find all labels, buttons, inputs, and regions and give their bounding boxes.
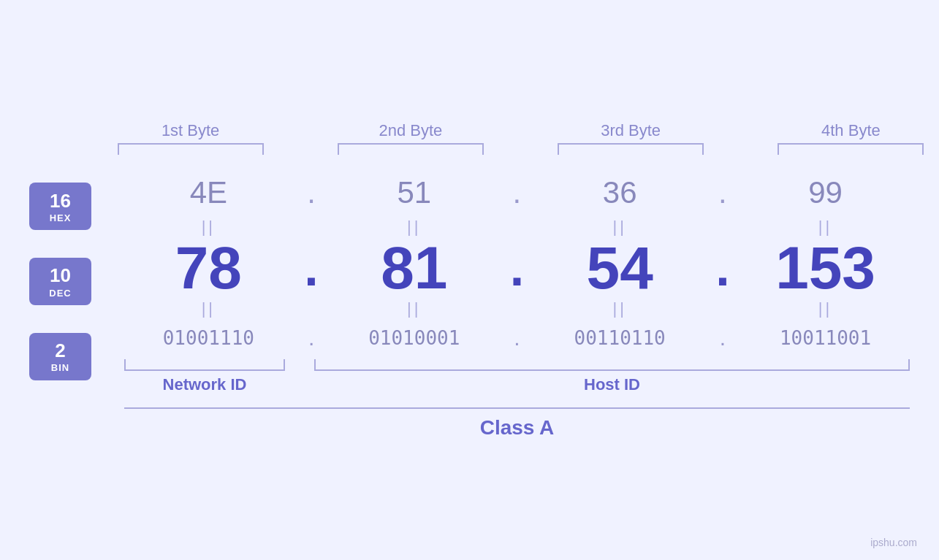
bin-byte-2: 01010001	[334, 327, 495, 349]
values-area: 4E . 51 . 36 . 99	[124, 169, 910, 394]
hex-byte-2: 51	[334, 175, 495, 210]
byte-header-2: 2nd Byte	[330, 121, 491, 140]
byte-headers-row: 1st Byte 2nd Byte 3rd Byte 4th Byte	[80, 121, 939, 140]
byte-header-3: 3rd Byte	[550, 121, 711, 140]
bottom-labels-row: Network ID Host ID	[124, 375, 910, 394]
dec-byte-3: 54	[539, 238, 700, 298]
top-brackets-row	[80, 143, 939, 155]
hex-dot-2: .	[502, 175, 531, 210]
bracket-top-1	[118, 143, 264, 155]
dec-byte-2: 81	[334, 238, 495, 298]
bracket-bottom-network	[124, 359, 285, 371]
hex-byte-4: 99	[745, 175, 906, 210]
dec-byte-4: 153	[745, 238, 906, 298]
dec-dot-3: .	[708, 239, 737, 297]
class-section: Class A	[124, 407, 910, 440]
hex-byte-1: 4E	[128, 175, 289, 210]
bin-byte-1: 01001110	[128, 327, 289, 349]
bracket-top-4	[778, 143, 924, 155]
hex-byte-3: 36	[539, 175, 700, 210]
eq-2-4: ||	[745, 299, 906, 318]
watermark: ipshu.com	[870, 537, 917, 548]
class-line	[124, 407, 910, 409]
bin-dot-3: .	[708, 326, 737, 350]
bracket-top-3	[558, 143, 704, 155]
host-id-label: Host ID	[314, 375, 910, 394]
bin-badge: 2 BIN	[29, 333, 91, 380]
base-labels-column: 16 HEX 10 DEC 2 BIN	[29, 169, 124, 394]
eq-2-2: ||	[334, 299, 495, 318]
hex-dot-3: .	[708, 175, 737, 210]
bottom-brackets-wrapper	[124, 359, 910, 371]
class-label: Class A	[124, 416, 910, 440]
network-id-label: Network ID	[124, 375, 285, 394]
bin-byte-4: 10011001	[745, 327, 906, 349]
dec-dot-2: .	[502, 239, 531, 297]
byte-header-1: 1st Byte	[110, 121, 271, 140]
dec-byte-1: 78	[128, 238, 289, 298]
dec-badge: 10 DEC	[29, 258, 91, 305]
eq-2-1: ||	[128, 299, 289, 318]
eq-2-3: ||	[539, 299, 700, 318]
bin-dot-2: .	[502, 326, 531, 350]
bin-row: 01001110 . 01010001 . 00110110 .	[124, 320, 910, 356]
bracket-bottom-host	[314, 359, 910, 371]
hex-dot-1: .	[297, 175, 326, 210]
main-container: 1st Byte 2nd Byte 3rd Byte 4th Byte 16 H…	[0, 0, 939, 560]
main-grid: 16 HEX 10 DEC 2 BIN 4E .	[29, 169, 910, 394]
bracket-top-2	[338, 143, 484, 155]
dec-dot-1: .	[297, 239, 326, 297]
hex-badge: 16 HEX	[29, 183, 91, 230]
byte-header-4: 4th Byte	[770, 121, 931, 140]
bin-byte-3: 00110110	[539, 327, 700, 349]
equals-row-2: || || || ||	[124, 298, 910, 320]
dec-row: 78 . 81 . 54 . 153	[124, 238, 910, 298]
bin-dot-1: .	[297, 326, 326, 350]
hex-row: 4E . 51 . 36 . 99	[124, 169, 910, 216]
